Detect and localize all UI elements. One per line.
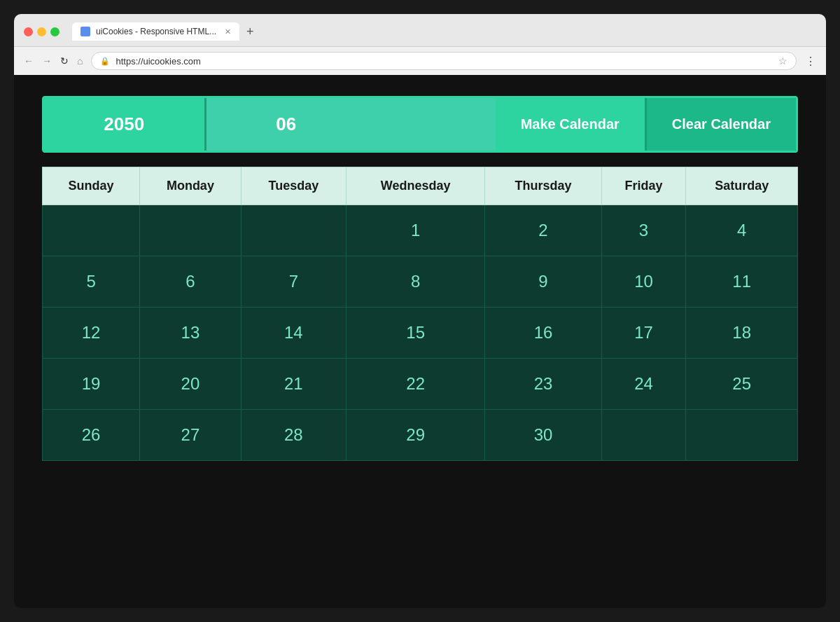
tab-bar: uiCookies - Responsive HTML... ✕ + [72,22,816,41]
calendar-cell[interactable]: 12 [43,307,140,359]
forward-button[interactable]: → [42,55,52,67]
tab-close-button[interactable]: ✕ [225,27,231,36]
calendar-cell[interactable]: 8 [346,256,485,307]
calendar-row: 567891011 [43,256,798,307]
calendar-cell[interactable] [686,410,798,461]
active-tab[interactable]: uiCookies - Responsive HTML... ✕ [72,22,239,41]
calendar-row: 1234 [43,205,798,256]
page-content: 2050 06 Make Calendar Clear Calendar Sun… [14,75,826,608]
title-bar: uiCookies - Responsive HTML... ✕ + [14,14,826,46]
calendar-header: Sunday Monday Tuesday Wednesday Thursday… [43,167,798,205]
minimize-button[interactable] [37,27,46,36]
calendar-cell[interactable]: 7 [241,256,346,307]
make-calendar-button[interactable]: Make Calendar [496,98,645,151]
header-wednesday: Wednesday [346,167,485,205]
controls-spacer [366,98,496,151]
calendar-cell[interactable]: 28 [241,410,346,461]
calendar-cell[interactable] [43,205,140,256]
maximize-button[interactable] [50,27,59,36]
calendar-cell[interactable]: 26 [43,410,140,461]
traffic-lights [24,27,59,36]
calendar-cell[interactable]: 24 [601,359,686,410]
calendar-cell[interactable]: 21 [241,359,346,410]
calendar-row: 12131415161718 [43,307,798,359]
address-bar: ← → ↻ ⌂ 🔒 https://uicookies.com ☆ ⋮ [14,46,826,75]
calendar-row: 2627282930 [43,410,798,461]
calendar-cell[interactable]: 4 [686,205,798,256]
browser-window: uiCookies - Responsive HTML... ✕ + ← → ↻… [14,14,826,75]
clear-calendar-button[interactable]: Clear Calendar [647,98,796,151]
calendar-cell[interactable]: 23 [485,359,601,410]
calendar-cell[interactable]: 1 [346,205,485,256]
header-thursday: Thursday [485,167,601,205]
calendar-cell[interactable]: 30 [485,410,601,461]
calendar-cell[interactable] [140,205,241,256]
calendar-cell[interactable]: 15 [346,307,485,359]
calendar-cell[interactable]: 13 [140,307,241,359]
calendar-cell[interactable] [601,410,686,461]
calendar-cell[interactable] [241,205,346,256]
close-button[interactable] [24,27,33,36]
calendar-body: 1234567891011121314151617181920212223242… [43,205,798,461]
calendar-cell[interactable]: 16 [485,307,601,359]
calendar-cell[interactable]: 18 [686,307,798,359]
tab-title: uiCookies - Responsive HTML... [96,27,216,36]
calendar-cell[interactable]: 27 [140,410,241,461]
calendar-controls: 2050 06 Make Calendar Clear Calendar [42,96,798,153]
calendar-cell[interactable]: 10 [601,256,686,307]
month-display[interactable]: 06 [206,98,367,151]
calendar-cell[interactable]: 5 [43,256,140,307]
header-friday: Friday [601,167,686,205]
calendar-cell[interactable]: 9 [485,256,601,307]
calendar-cell[interactable]: 17 [601,307,686,359]
calendar-cell[interactable]: 19 [43,359,140,410]
header-saturday: Saturday [686,167,798,205]
back-button[interactable]: ← [24,55,34,67]
calendar-cell[interactable]: 14 [241,307,346,359]
calendar-table: Sunday Monday Tuesday Wednesday Thursday… [42,167,798,461]
calendar-cell[interactable]: 22 [346,359,485,410]
calendar-cell[interactable]: 6 [140,256,241,307]
year-display[interactable]: 2050 [44,98,204,151]
header-monday: Monday [140,167,241,205]
calendar-row: 19202122232425 [43,359,798,410]
reload-button[interactable]: ↻ [60,55,69,67]
lock-icon: 🔒 [100,57,110,66]
tab-favicon [80,27,90,36]
home-button[interactable]: ⌂ [77,55,83,67]
calendar-cell[interactable]: 25 [686,359,798,410]
url-input[interactable]: 🔒 https://uicookies.com ☆ [91,52,797,70]
bookmark-icon[interactable]: ☆ [778,55,788,67]
new-tab-button[interactable]: + [242,25,258,39]
header-sunday: Sunday [43,167,140,205]
url-text: https://uicookies.com [115,56,200,67]
calendar-cell[interactable]: 3 [601,205,686,256]
calendar-cell[interactable]: 20 [140,359,241,410]
header-row: Sunday Monday Tuesday Wednesday Thursday… [43,167,798,205]
header-tuesday: Tuesday [241,167,346,205]
calendar-cell[interactable]: 11 [686,256,798,307]
calendar-cell[interactable]: 2 [485,205,601,256]
calendar-cell[interactable]: 29 [346,410,485,461]
browser-menu-button[interactable]: ⋮ [805,55,816,68]
